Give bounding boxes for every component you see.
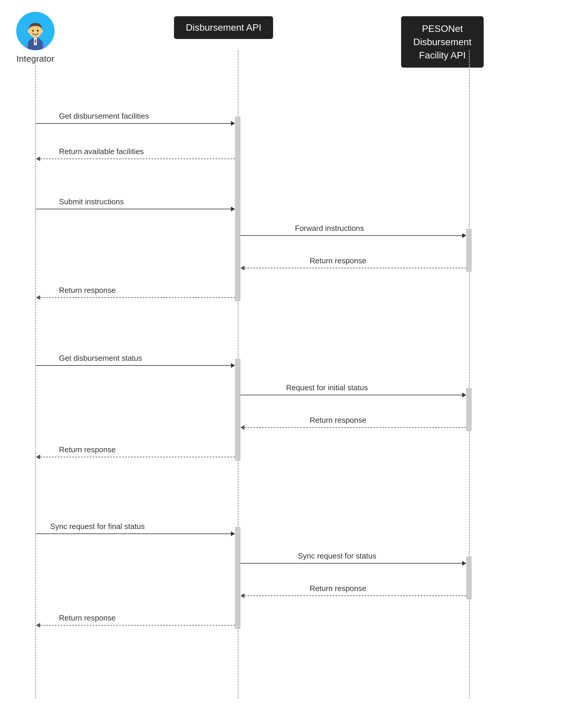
arrow-forward-instructions-label: Forward instructions — [295, 224, 364, 233]
arrow-return-response-3 — [240, 425, 466, 430]
arrow-get-status-label: Get disbursement status — [59, 354, 142, 363]
svg-point-5 — [32, 30, 34, 32]
lifeline-pesonet — [469, 50, 470, 699]
arrow-get-status — [36, 363, 235, 368]
arrow-return-response-1 — [240, 266, 466, 270]
arrow-return-response-4 — [36, 455, 235, 459]
activation-bar-4 — [466, 388, 472, 431]
activation-bar-1 — [235, 117, 240, 301]
arrow-return-facilities — [36, 156, 235, 161]
activation-bar-6 — [466, 556, 472, 599]
arrow-sync-status — [240, 561, 466, 566]
arrow-request-initial-status-label: Request for initial status — [286, 383, 368, 392]
integrator-label: Integrator — [17, 54, 54, 64]
arrow-return-response-2-label: Return response — [59, 286, 115, 295]
arrow-return-facilities-label: Return available facilities — [59, 147, 144, 156]
integrator-actor: Integrator — [16, 12, 55, 64]
arrow-get-facilities-label: Get disbursement facilities — [59, 111, 149, 121]
arrow-submit-instructions — [36, 207, 235, 211]
arrow-return-response-5-label: Return response — [310, 584, 366, 593]
arrow-return-response-1-label: Return response — [310, 256, 366, 266]
integrator-avatar — [16, 12, 55, 50]
svg-point-8 — [41, 29, 43, 33]
svg-point-7 — [28, 29, 30, 33]
sequence-diagram: Integrator Disbursement API PESONet Disb… — [0, 0, 586, 728]
pesonet-api-box: PESONet DisbursementFacility API — [401, 16, 484, 68]
arrow-forward-instructions — [240, 233, 466, 238]
arrow-return-response-3-label: Return response — [310, 416, 366, 425]
pesonet-api-label: PESONet DisbursementFacility API — [413, 23, 471, 60]
arrow-sync-final-status-label: Sync request for final status — [50, 522, 145, 531]
arrow-return-response-5 — [240, 594, 466, 598]
arrow-return-response-4-label: Return response — [59, 445, 115, 454]
activation-bar-2 — [466, 229, 472, 272]
activation-bar-3 — [235, 359, 240, 460]
disbursement-api-box: Disbursement API — [174, 16, 273, 39]
arrow-return-response-6-label: Return response — [59, 613, 115, 623]
arrow-sync-final-status — [36, 531, 235, 536]
arrow-get-facilities — [36, 121, 235, 126]
arrow-request-initial-status — [240, 393, 466, 397]
activation-bar-5 — [235, 527, 240, 629]
arrow-return-response-6 — [36, 623, 235, 628]
arrow-return-response-2 — [36, 295, 235, 300]
arrow-sync-status-label: Sync request for status — [298, 551, 376, 561]
svg-point-6 — [37, 30, 38, 32]
arrow-submit-instructions-label: Submit instructions — [59, 197, 124, 206]
